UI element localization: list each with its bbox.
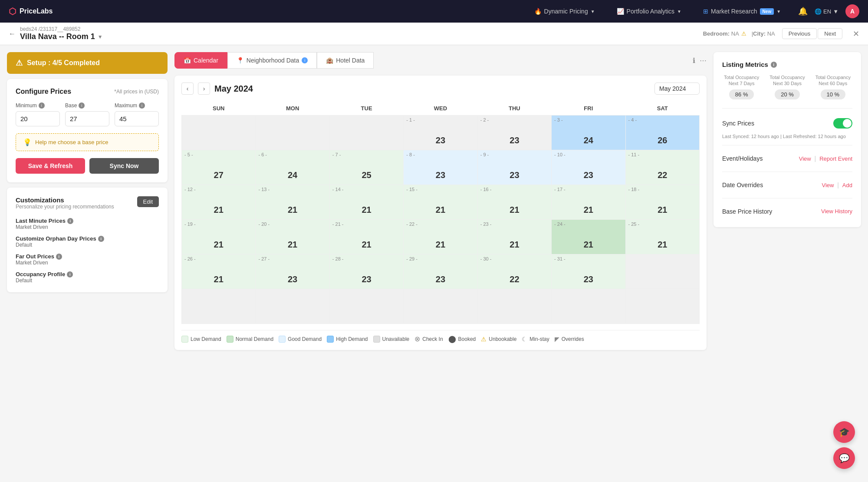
table-row[interactable]: - 19 -21 [182,220,256,254]
overrides-icon: ◤ [555,336,559,343]
maximum-info-icon[interactable]: i [139,102,145,109]
table-row[interactable]: - 12 -21 [182,185,256,220]
more-action-icon[interactable]: ⋯ [700,56,707,65]
occupancy-60-badge: 10 % [821,89,846,99]
table-row[interactable]: - 31 -23 [552,254,625,289]
nav-portfolio-analytics[interactable]: 📈 Portfolio Analytics ▼ [612,5,686,17]
table-row[interactable] [182,289,256,324]
table-row[interactable]: - 21 -21 [329,220,403,254]
table-row[interactable]: - 18 -21 [625,185,699,220]
table-row[interactable]: - 29 -23 [404,254,477,289]
table-row[interactable]: - 30 -22 [477,254,551,289]
base-price-history-link[interactable]: View History [821,208,852,215]
table-row[interactable] [256,116,329,150]
table-row[interactable]: - 1 -23 [404,116,477,150]
table-row[interactable]: - 26 -21 [182,254,256,289]
toggle-knob [843,119,852,128]
maximum-input[interactable] [115,111,159,126]
occupancy-info-icon[interactable]: i [67,271,73,277]
day-number: - 17 - [554,187,622,192]
base-price-helper[interactable]: 💡 Help me choose a base price [16,133,159,151]
table-row[interactable]: - 24 -21 [552,220,625,254]
day-number: - 1 - [406,117,474,122]
table-row[interactable]: - 14 -21 [329,185,403,220]
fire-icon: 🔥 [534,8,542,15]
info-action-icon[interactable]: ℹ [693,56,695,65]
table-row[interactable]: - 13 -21 [256,185,329,220]
event-view-link[interactable]: View [799,155,811,162]
day-price: 23 [510,170,519,180]
tab-neighborhood-data[interactable]: 📍 Neighborhood Data i [227,52,317,69]
event-report-link[interactable]: Report Event [819,155,852,162]
chat-fab-button[interactable]: 💬 [833,447,855,469]
table-row[interactable] [477,289,551,324]
table-row[interactable]: - 15 -21 [404,185,477,220]
setup-banner[interactable]: ⚠ Setup : 4/5 Completed [7,52,168,74]
metrics-info-icon[interactable]: i [771,62,777,68]
notification-bell[interactable]: 🔔 [798,7,808,16]
table-row[interactable]: - 27 -23 [256,254,329,289]
minimum-info-icon[interactable]: i [39,102,45,109]
nav-market-research[interactable]: ⊞ Market Research New ▼ [699,5,785,17]
table-row[interactable]: - 2 -23 [477,116,551,150]
save-refresh-button[interactable]: Save & Refresh [16,158,85,174]
base-input[interactable] [65,111,109,126]
neighborhood-info-icon[interactable]: i [302,57,308,63]
date-view-link[interactable]: View [822,182,834,188]
table-row[interactable] [256,289,329,324]
table-row[interactable]: - 9 -23 [477,150,551,185]
table-row[interactable] [329,116,403,150]
logo[interactable]: ⬡ PriceLabs [9,6,53,17]
table-row[interactable]: - 23 -21 [477,220,551,254]
date-add-link[interactable]: Add [842,182,852,188]
day-number: - 26 - [184,256,253,261]
table-row[interactable]: - 10 -23 [552,150,625,185]
table-row[interactable]: - 5 -27 [182,150,256,185]
date-overrides-row: Date Overrides View | Add [722,178,852,192]
sync-now-button[interactable]: Sync Now [89,158,159,174]
legend-booked: ⬤ Booked [448,335,476,343]
tab-calendar[interactable]: 📅 Calendar [174,52,227,69]
nav-dynamic-pricing[interactable]: 🔥 Dynamic Pricing ▼ [530,5,599,17]
table-row[interactable] [182,116,256,150]
tab-hotel-data[interactable]: 🏨 Hotel Data [317,52,374,69]
sync-toggle-switch[interactable] [833,118,852,129]
minimum-input[interactable] [16,111,60,126]
table-row[interactable]: - 11 -22 [625,150,699,185]
calendar-prev-button[interactable]: ‹ [181,83,194,95]
back-button[interactable]: ← [9,30,16,38]
user-avatar[interactable]: A [845,4,859,18]
title-dropdown-arrow[interactable]: ▼ [98,34,103,40]
sync-toggle[interactable] [833,118,852,129]
previous-button[interactable]: Previous [782,28,817,39]
table-row[interactable]: - 25 -21 [625,220,699,254]
table-row[interactable]: - 4 -26 [625,116,699,150]
table-row[interactable] [552,289,625,324]
table-row[interactable]: - 8 -23 [404,150,477,185]
last-minute-info-icon[interactable]: i [67,218,73,224]
customizations-card: Customizations Personalize your pricing … [7,188,168,292]
base-info-icon[interactable]: i [79,102,85,109]
orphan-info-icon[interactable]: i [98,236,104,242]
table-row[interactable]: - 28 -23 [329,254,403,289]
close-button[interactable]: ✕ [853,29,859,39]
table-row[interactable]: - 7 -25 [329,150,403,185]
table-row[interactable]: - 17 -21 [552,185,625,220]
language-selector[interactable]: 🌐 EN ▼ [815,8,838,15]
table-row[interactable]: - 3 -24 [552,116,625,150]
table-row[interactable]: - 6 -24 [256,150,329,185]
calendar-next-button[interactable]: › [198,83,210,95]
table-row[interactable]: - 22 -21 [404,220,477,254]
table-row[interactable] [329,289,403,324]
calendar-month-select[interactable]: May 2024 [654,83,700,95]
table-row[interactable] [625,254,699,289]
table-row[interactable] [404,289,477,324]
table-row[interactable]: - 16 -21 [477,185,551,220]
table-row[interactable] [625,289,699,324]
edit-button[interactable]: Edit [137,196,159,207]
far-out-info-icon[interactable]: i [56,254,62,260]
location-icon: 📍 [237,57,244,64]
table-row[interactable]: - 20 -21 [256,220,329,254]
help-fab-button[interactable]: 🎓 [833,421,855,443]
next-button[interactable]: Next [818,28,842,39]
